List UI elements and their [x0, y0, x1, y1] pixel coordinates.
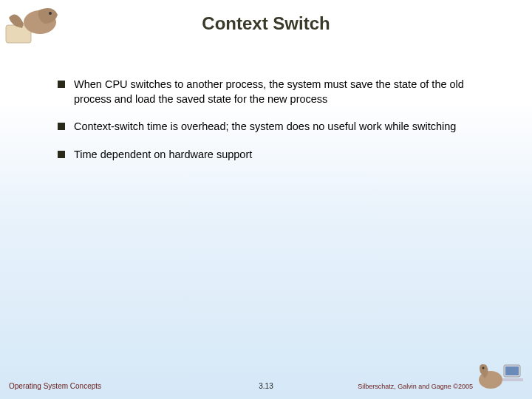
- content-area: When CPU switches to another process, th…: [58, 78, 495, 175]
- footer-right-text: Silberschatz, Galvin and Gagne ©2005: [358, 383, 473, 390]
- svg-point-7: [482, 367, 485, 369]
- bullet-text: Time dependent on hardware support: [74, 148, 495, 163]
- bullet-text: When CPU switches to another process, th…: [74, 78, 495, 106]
- bullet-item: When CPU switches to another process, th…: [58, 78, 495, 106]
- bullet-text: Context-switch time is overhead; the sys…: [74, 120, 495, 134]
- footer: Operating System Concepts 3.13 Silbersch…: [0, 375, 532, 390]
- bullet-square-icon: [58, 81, 65, 88]
- slide-title: Context Switch: [0, 13, 532, 34]
- bullet-item: Time dependent on hardware support: [58, 148, 495, 163]
- slide: Context Switch When CPU switches to anot…: [0, 0, 532, 399]
- bullet-square-icon: [58, 151, 65, 158]
- bullet-item: Context-switch time is overhead; the sys…: [58, 120, 495, 134]
- bullet-square-icon: [58, 123, 65, 130]
- svg-rect-4: [505, 366, 519, 375]
